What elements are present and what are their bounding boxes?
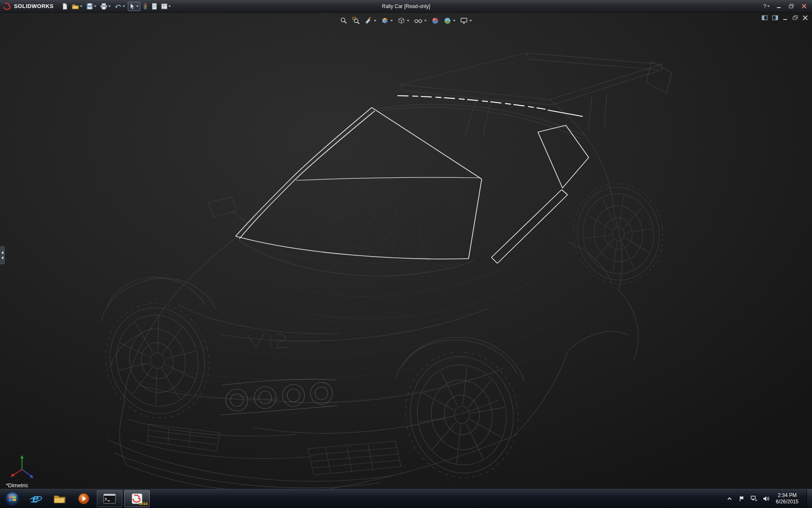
hide-show-items-caret[interactable] [424, 20, 427, 22]
heads-up-view-toolbar [339, 16, 473, 25]
rebuild-button[interactable] [142, 2, 149, 11]
car-underbody-lines[interactable] [127, 114, 592, 403]
car-interior[interactable] [262, 123, 529, 318]
close-button[interactable] [800, 3, 808, 10]
print-icon [100, 3, 107, 10]
brand-text: SOLIDWORKS [14, 3, 54, 9]
rebuild-stoplight-icon [143, 3, 148, 10]
zoom-to-area-button[interactable] [351, 16, 361, 25]
apply-scene-icon [444, 17, 451, 25]
taskbar-clock[interactable]: 2:34 PM 6/26/2015 [774, 492, 803, 505]
print-dropdown-caret[interactable] [108, 6, 111, 7]
restore-button[interactable] [787, 3, 795, 10]
save-button[interactable] [85, 2, 98, 11]
wireframe-car-model[interactable] [0, 13, 812, 489]
internet-explorer-button[interactable]: e [25, 490, 47, 507]
command-prompt-icon [103, 494, 116, 504]
3ds-logo-icon [3, 3, 11, 10]
sheet-options-button[interactable] [160, 2, 172, 11]
volume-icon [763, 496, 769, 502]
network-button[interactable] [750, 492, 758, 505]
media-player-button[interactable] [73, 490, 95, 507]
titlebar-right-controls: ? [763, 3, 812, 10]
folder-icon [53, 493, 66, 504]
zoom-to-fit-button[interactable] [339, 16, 348, 25]
file-properties-button[interactable] [150, 2, 159, 11]
collapse-arrow-icon [1, 256, 3, 260]
display-style-icon [398, 17, 405, 25]
new-document-button[interactable] [60, 2, 69, 11]
zoom-to-area-icon [352, 17, 360, 25]
undo-dropdown-caret[interactable] [123, 6, 125, 7]
start-button[interactable] [0, 489, 25, 508]
featuremanager-collapse-tab[interactable] [0, 246, 5, 264]
hide-show-items-icon [414, 17, 422, 25]
titlebar-toolbar [60, 2, 172, 11]
clock-date: 6/26/2015 [776, 499, 798, 505]
section-view-button[interactable] [364, 16, 377, 25]
section-view-caret[interactable] [374, 20, 376, 22]
sheet-options-caret[interactable] [168, 6, 171, 7]
help-caret [767, 6, 770, 7]
open-dropdown-caret[interactable] [80, 6, 82, 7]
volume-button[interactable] [762, 492, 771, 505]
car-front-lights[interactable] [221, 379, 337, 415]
apply-scene-button[interactable] [443, 16, 456, 25]
view-settings-caret[interactable] [469, 20, 472, 22]
edit-appearance-icon [431, 17, 439, 25]
minimize-child-icon[interactable] [783, 15, 788, 20]
taskbar: e [0, 489, 812, 508]
display-style-caret[interactable] [407, 20, 409, 22]
view-settings-button[interactable] [459, 16, 473, 25]
undo-icon [115, 3, 122, 10]
undo-button[interactable] [113, 2, 126, 11]
view-orientation-label: *Dimetric [6, 482, 28, 489]
windows-explorer-button[interactable] [49, 490, 71, 507]
select-tool-button[interactable] [128, 2, 140, 11]
hidden-icons-button[interactable] [725, 492, 734, 505]
car-body-wireframe[interactable] [102, 53, 672, 489]
media-player-icon [78, 493, 90, 505]
clock-time: 2:34 PM [776, 492, 798, 499]
show-desktop-button[interactable] [807, 489, 812, 508]
restore-child-icon[interactable] [793, 15, 798, 20]
open-button[interactable] [71, 2, 84, 11]
minimize-icon [776, 4, 781, 8]
graphics-viewport[interactable]: *Dimetric [0, 13, 812, 489]
minimize-button[interactable] [775, 3, 782, 10]
hide-show-items-button[interactable] [413, 16, 428, 25]
dock-pane-right-icon[interactable] [772, 15, 778, 20]
apply-scene-caret[interactable] [453, 20, 455, 22]
view-orientation-button[interactable] [380, 16, 394, 25]
select-cursor-icon [129, 3, 135, 10]
select-dropdown-caret[interactable] [136, 6, 139, 7]
windows-start-orb-icon [5, 491, 20, 506]
command-prompt-button[interactable] [97, 490, 122, 507]
sheet-options-icon [161, 3, 167, 10]
print-button[interactable] [99, 2, 112, 11]
dock-pane-left-icon[interactable] [762, 15, 768, 20]
view-orientation-caret[interactable] [390, 20, 393, 22]
solidworks-version-badge: 2015 [139, 502, 148, 506]
file-properties-icon [151, 3, 157, 10]
car-highlighted-edges[interactable] [236, 96, 589, 263]
internet-explorer-icon: e [29, 492, 42, 505]
display-style-button[interactable] [397, 16, 410, 25]
help-menu-button[interactable]: ? [763, 3, 770, 9]
restore-icon [789, 4, 794, 8]
open-icon [72, 3, 79, 10]
close-child-icon[interactable] [803, 15, 808, 20]
titlebar: Rally Car [Read-only] SOLIDWORKS [0, 0, 812, 13]
app-brand: SOLIDWORKS [0, 3, 60, 10]
collapse-arrow-icon [1, 251, 3, 254]
edit-appearance-button[interactable] [431, 16, 440, 25]
help-label: ? [763, 3, 766, 9]
zoom-to-fit-icon [340, 17, 348, 25]
view-settings-icon [460, 17, 468, 25]
save-dropdown-caret[interactable] [94, 6, 96, 7]
section-view-icon [365, 17, 372, 25]
car-wheels[interactable] [94, 154, 669, 487]
action-center-flag-icon [739, 496, 745, 502]
solidworks-button[interactable]: 2015 [124, 490, 150, 507]
action-center-button[interactable] [738, 492, 746, 505]
